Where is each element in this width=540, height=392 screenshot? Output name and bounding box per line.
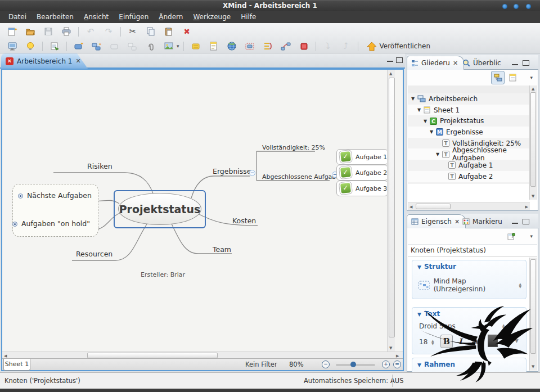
mindmap-canvas[interactable]: Nächste Aufgaben Aufgaben "on hold" Risi…	[2, 70, 395, 352]
new-sheet-button[interactable]	[48, 40, 61, 52]
central-topic[interactable]: Projektstatus	[118, 193, 201, 225]
menu-hilfe[interactable]: Hilfe	[236, 11, 261, 23]
scroll-right-icon[interactable]: ▶	[525, 204, 528, 210]
vscroll-thumb[interactable]	[530, 92, 536, 187]
tree-row-abgeschlossene[interactable]: ▼ T Abgeschlossene Aufgaben	[408, 148, 530, 160]
topic-risiken[interactable]: Risiken	[87, 162, 112, 170]
topic-bullet-icon[interactable]	[18, 193, 23, 199]
publish-button[interactable]: Veröffentlichen	[367, 42, 431, 51]
section-rahmen-header[interactable]: ▼Rahmen	[412, 358, 526, 368]
font-name-field[interactable]: Droid Sans	[419, 322, 456, 330]
tree-row-aufgabe2[interactable]: T Aufgabe 2	[408, 171, 530, 182]
sheet-tab[interactable]: Sheet 1	[3, 359, 30, 371]
vscroll-thumb[interactable]	[389, 78, 395, 337]
font-color-swatch[interactable]	[488, 335, 498, 347]
vscroll-thumb[interactable]	[530, 259, 536, 354]
caret-down-icon[interactable]: ▼	[417, 107, 424, 112]
strikethrough-button[interactable]: ABC	[472, 339, 483, 345]
editor-tab-close-icon[interactable]: ✕	[75, 57, 80, 65]
scroll-left-icon[interactable]: ◀	[410, 204, 412, 210]
redo-button[interactable]: ↷	[102, 25, 115, 38]
props-vscrollbar[interactable]: ▼	[529, 258, 537, 371]
summary-button[interactable]	[261, 40, 274, 52]
tree-row-sheet1[interactable]: ▼ Sheet 1	[408, 105, 530, 116]
editor-minimize-icon[interactable]	[387, 59, 393, 62]
show-all-sheets-button[interactable]	[491, 71, 505, 84]
panel-minimize-icon[interactable]	[512, 62, 518, 65]
zoom-slider-thumb[interactable]	[350, 362, 356, 367]
tree-row-projektstatus[interactable]: ▼ C Projektstatus	[408, 115, 530, 127]
open-file-button[interactable]	[24, 25, 37, 38]
drill-up-button[interactable]: ⤴	[339, 40, 353, 52]
maximize-window-icon[interactable]	[514, 4, 519, 9]
menu-aendern[interactable]: Ändern	[154, 11, 188, 23]
presentation-button[interactable]	[6, 40, 19, 52]
scroll-up-icon[interactable]: ▲	[532, 86, 534, 92]
caret-down-icon[interactable]: ▼	[430, 129, 436, 134]
hscroll-thumb[interactable]	[87, 353, 218, 358]
canvas-vscrollbar[interactable]: ▲ ▼	[387, 70, 395, 352]
cut-button[interactable]: ✂	[126, 25, 140, 38]
zoom-in-icon[interactable]: +	[382, 361, 390, 368]
topic-aufgabe1[interactable]: Aufgabe 1	[356, 154, 387, 161]
scroll-up-icon[interactable]: ▲	[389, 71, 392, 76]
tab-gliederung[interactable]: Gliederu ✕	[407, 56, 464, 70]
topic-naechste-aufgaben[interactable]: Nächste Aufgaben	[27, 191, 92, 200]
copy-button[interactable]	[144, 25, 158, 38]
pin-view-button[interactable]	[505, 229, 518, 243]
topic-aufgabe3[interactable]: Aufgabe 3	[356, 185, 387, 192]
zoom-level[interactable]: 80%	[289, 361, 304, 368]
insert-image-button[interactable]	[162, 40, 176, 52]
italic-button[interactable]: I	[458, 336, 462, 347]
scroll-down-icon[interactable]: ▼	[532, 193, 534, 199]
show-current-sheet-button[interactable]	[506, 71, 519, 84]
titlebar[interactable]: XMind - Arbeitsbereich 1	[0, 0, 540, 11]
close-window-icon[interactable]	[526, 4, 531, 9]
minimize-window-icon[interactable]	[502, 4, 507, 9]
idea-button[interactable]	[24, 40, 37, 52]
font-spinner-icon[interactable]: ▲▼	[502, 323, 505, 329]
panel-minimize-icon[interactable]	[512, 221, 518, 224]
font-size-field[interactable]: 18	[419, 338, 428, 346]
insert-topic-button[interactable]: ✦	[72, 40, 86, 52]
tree-row-aufgabe3[interactable]: T Aufgabe 3	[408, 182, 530, 184]
undo-button[interactable]: ↶	[84, 25, 97, 38]
print-button[interactable]	[60, 25, 73, 38]
tree-vscrollbar[interactable]: ▲ ▼	[529, 85, 537, 200]
insert-topic-before-button[interactable]	[108, 40, 122, 52]
tab-eigenschaften[interactable]: Eigensch ✕	[407, 214, 466, 228]
insert-parent-topic-button[interactable]	[126, 40, 140, 52]
panel-maximize-icon[interactable]	[523, 219, 529, 224]
tree-row-arbeitsbereich[interactable]: ▼ Arbeitsbereich	[408, 93, 530, 105]
zoom-out-icon[interactable]: −	[322, 361, 330, 368]
zoom-reset-icon[interactable]: =	[393, 361, 401, 368]
hscroll-thumb[interactable]	[416, 204, 451, 209]
new-file-button[interactable]: ✦	[6, 25, 19, 38]
menu-ansicht[interactable]: Ansicht	[79, 11, 114, 23]
topic-kosten[interactable]: Kosten	[232, 217, 256, 225]
topic-aufgaben-on-hold[interactable]: Aufgaben "on hold"	[21, 219, 90, 228]
editor-tab[interactable]: ✕ Arbeitsbereich 1 ✕	[1, 53, 88, 69]
paste-button[interactable]	[162, 25, 176, 38]
section-text-header[interactable]: ▼Text	[412, 308, 526, 318]
color-dropdown-icon[interactable]: ▼	[515, 338, 519, 344]
tab-markierungen[interactable]: Markieru	[458, 214, 508, 228]
editor-maximize-icon[interactable]	[396, 57, 403, 63]
menu-einfuegen[interactable]: Einfügen	[114, 11, 154, 23]
view-menu-icon[interactable]: ▾	[530, 75, 533, 80]
caret-down-icon[interactable]: ▼	[424, 119, 430, 124]
attachment-button[interactable]	[144, 40, 158, 52]
bold-button[interactable]: B	[440, 335, 453, 348]
topic-aufgabe2[interactable]: Aufgabe 2	[356, 169, 387, 177]
topic-team[interactable]: Team	[213, 245, 231, 254]
image-dropdown-icon[interactable]: ▾	[177, 43, 179, 49]
filter-status[interactable]: Kein Filter	[245, 361, 277, 368]
topic-resourcen[interactable]: Resourcen	[76, 250, 112, 258]
label-button[interactable]	[189, 40, 202, 52]
insert-subtopic-button[interactable]: ✦	[90, 40, 104, 52]
panel-maximize-icon[interactable]	[523, 60, 529, 66]
tree-row-ergebnisse[interactable]: ▼ M Ergebnisse	[408, 127, 530, 138]
hyperlink-button[interactable]	[225, 40, 238, 52]
caret-down-icon[interactable]: ▼	[411, 96, 417, 101]
collapse-ergebnisse-icon[interactable]: −	[249, 170, 255, 176]
